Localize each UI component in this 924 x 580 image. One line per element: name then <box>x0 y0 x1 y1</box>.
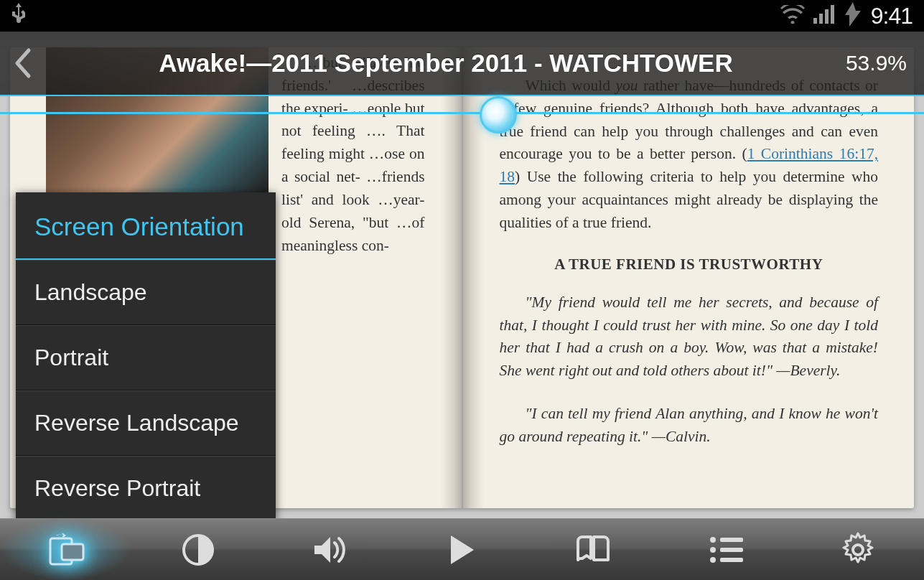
volume-button[interactable] <box>264 519 396 580</box>
popup-item-reverse-landscape[interactable]: Reverse Landscape <box>16 390 276 456</box>
svg-point-11 <box>710 557 716 563</box>
svg-rect-2 <box>825 9 829 24</box>
bottom-toolbar <box>0 518 924 580</box>
usb-icon <box>11 3 26 29</box>
reader-header: Awake!—2011 September 2011 - WATCHTOWER … <box>0 32 924 96</box>
contents-button[interactable] <box>660 519 792 580</box>
quote-beverly: "My friend would tell me her secrets, an… <box>500 291 879 383</box>
svg-rect-1 <box>819 14 823 24</box>
orientation-popup: Screen Orientation Landscape Portrait Re… <box>16 192 276 521</box>
svg-point-7 <box>710 537 716 543</box>
progress-slider-track[interactable] <box>0 112 924 114</box>
svg-rect-0 <box>813 18 817 24</box>
bookmarks-button[interactable] <box>528 519 660 580</box>
status-bar: 9:41 <box>0 0 924 32</box>
svg-rect-5 <box>62 544 83 560</box>
signal-icon <box>813 5 835 27</box>
popup-item-landscape[interactable]: Landscape <box>16 260 276 325</box>
page-right[interactable]: Which would you rather have—hundreds of … <box>457 47 915 508</box>
play-button[interactable] <box>396 519 528 580</box>
progress-slider-thumb[interactable] <box>480 96 517 134</box>
page-title: Awake!—2011 September 2011 - WATCHTOWER <box>46 49 846 78</box>
quote-calvin: "I can tell my friend Alan anything, and… <box>500 403 879 449</box>
svg-rect-8 <box>720 538 743 542</box>
brightness-button[interactable] <box>132 519 264 580</box>
popup-item-reverse-portrait[interactable]: Reverse Portrait <box>16 456 276 521</box>
right-paragraph-1: Which would you rather have—hundreds of … <box>500 75 879 235</box>
settings-button[interactable] <box>792 519 924 580</box>
popup-item-portrait[interactable]: Portrait <box>16 325 276 390</box>
orientation-button[interactable] <box>0 519 132 580</box>
back-button[interactable] <box>0 32 46 95</box>
svg-rect-12 <box>720 558 743 562</box>
battery-icon <box>844 2 862 29</box>
popup-title: Screen Orientation <box>16 192 276 260</box>
svg-rect-10 <box>720 548 743 552</box>
status-time: 9:41 <box>871 3 913 29</box>
svg-point-9 <box>710 547 716 553</box>
wifi-icon <box>780 5 805 27</box>
svg-rect-3 <box>831 5 834 24</box>
section-heading: A TRUE FRIEND IS TRUSTWORTHY <box>500 253 879 276</box>
progress-percent: 53.9% <box>846 51 924 75</box>
